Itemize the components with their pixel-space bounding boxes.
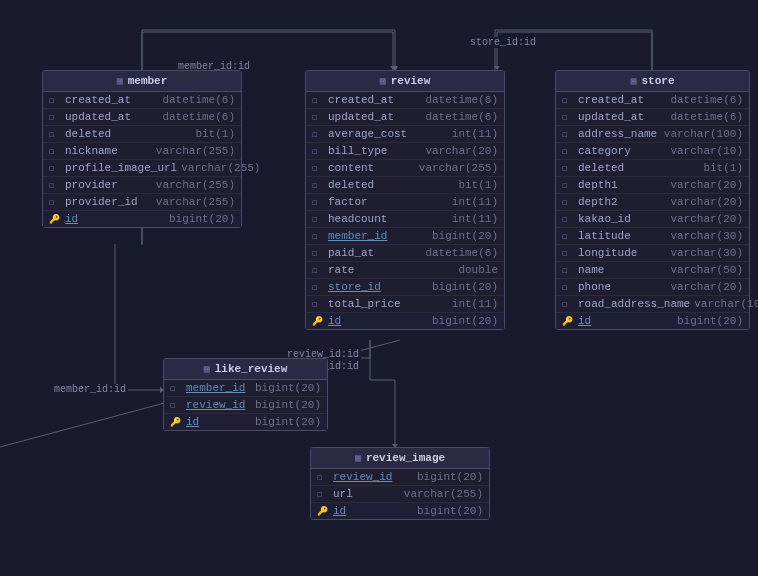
- column-icon: ◻: [312, 231, 324, 242]
- column-name: created_at: [328, 94, 421, 106]
- column-type: double: [458, 264, 498, 276]
- table-row: ◻provider_idvarchar(255): [43, 194, 241, 211]
- column-icon: ◻: [562, 282, 574, 293]
- column-type: varchar(10): [670, 145, 743, 157]
- table-row: ◻average_costint(11): [306, 126, 504, 143]
- column-name: review_id: [186, 399, 251, 411]
- diagram-container: member_id:id store_id:id member_id:id re…: [0, 0, 758, 576]
- column-icon: ◻: [49, 112, 61, 123]
- column-name: average_cost: [328, 128, 448, 140]
- column-name: provider_id: [65, 196, 152, 208]
- table-row: ◻categoryvarchar(10): [556, 143, 749, 160]
- column-icon: ◻: [49, 146, 61, 157]
- table-row: ◻phonevarchar(20): [556, 279, 749, 296]
- table-row: ◻deletedbit(1): [306, 177, 504, 194]
- column-name: profile_image_url: [65, 162, 177, 174]
- column-name: id: [65, 213, 165, 225]
- column-name: category: [578, 145, 666, 157]
- column-icon: ◻: [49, 95, 61, 106]
- column-name: created_at: [65, 94, 158, 106]
- column-type: varchar(20): [670, 213, 743, 225]
- column-icon: ◻: [312, 248, 324, 259]
- table-icon: ▦: [355, 452, 361, 464]
- key-icon: 🔑: [562, 316, 574, 327]
- column-icon: ◻: [562, 180, 574, 191]
- column-name: address_name: [578, 128, 660, 140]
- column-name: latitude: [578, 230, 666, 242]
- column-icon: ◻: [312, 282, 324, 293]
- table-row: ◻paid_atdatetime(6): [306, 245, 504, 262]
- column-name: id: [333, 505, 413, 517]
- table-icon: ▦: [117, 75, 123, 87]
- column-icon: ◻: [312, 299, 324, 310]
- table-row: ◻road_address_namevarchar(100): [556, 296, 749, 313]
- table-row: ◻kakao_idvarchar(20): [556, 211, 749, 228]
- column-type: varchar(255): [156, 145, 235, 157]
- table-row: ◻headcountint(11): [306, 211, 504, 228]
- table-row: ◻urlvarchar(255): [311, 486, 489, 503]
- table-row: ◻member_idbigint(20): [306, 228, 504, 245]
- table-row: ◻factorint(11): [306, 194, 504, 211]
- column-icon: ◻: [562, 299, 574, 310]
- column-name: updated_at: [328, 111, 421, 123]
- table-row: 🔑idbigint(20): [311, 503, 489, 519]
- table-review_image: ▦review_image◻review_idbigint(20)◻urlvar…: [310, 447, 490, 520]
- column-icon: ◻: [562, 214, 574, 225]
- table-row: ◻member_idbigint(20): [164, 380, 327, 397]
- table-row: ◻deletedbit(1): [556, 160, 749, 177]
- column-type: bit(1): [195, 128, 235, 140]
- table-row: 🔑idbigint(20): [556, 313, 749, 329]
- key-icon: 🔑: [49, 214, 61, 225]
- table-row: ◻depth2varchar(20): [556, 194, 749, 211]
- column-type: varchar(30): [670, 247, 743, 259]
- table-title-member: member: [128, 75, 168, 87]
- table-row: ◻profile_image_urlvarchar(255): [43, 160, 241, 177]
- column-type: varchar(255): [404, 488, 483, 500]
- column-name: longitude: [578, 247, 666, 259]
- column-name: review_id: [333, 471, 413, 483]
- table-row: ◻created_atdatetime(6): [556, 92, 749, 109]
- column-type: varchar(100): [664, 128, 743, 140]
- table-row: ◻created_atdatetime(6): [43, 92, 241, 109]
- column-type: varchar(255): [419, 162, 498, 174]
- column-icon: ◻: [312, 95, 324, 106]
- column-icon: ◻: [49, 163, 61, 174]
- table-store: ▦store◻created_atdatetime(6)◻updated_atd…: [555, 70, 750, 330]
- column-icon: ◻: [312, 129, 324, 140]
- table-row: ◻latitudevarchar(30): [556, 228, 749, 245]
- column-name: created_at: [578, 94, 666, 106]
- table-title-store: store: [642, 75, 675, 87]
- column-type: int(11): [452, 298, 498, 310]
- column-name: content: [328, 162, 415, 174]
- column-type: int(11): [452, 213, 498, 225]
- column-icon: ◻: [312, 146, 324, 157]
- table-row: 🔑idbigint(20): [43, 211, 241, 227]
- column-type: bigint(20): [417, 505, 483, 517]
- table-header-review_image: ▦review_image: [311, 448, 489, 469]
- table-row: ◻updated_atdatetime(6): [306, 109, 504, 126]
- column-name: road_address_name: [578, 298, 690, 310]
- table-row: ◻providervarchar(255): [43, 177, 241, 194]
- column-icon: ◻: [562, 163, 574, 174]
- column-icon: ◻: [562, 248, 574, 259]
- column-type: datetime(6): [162, 94, 235, 106]
- column-type: varchar(255): [156, 196, 235, 208]
- column-icon: ◻: [312, 197, 324, 208]
- table-like_review: ▦like_review◻member_idbigint(20)◻review_…: [163, 358, 328, 431]
- column-icon: ◻: [562, 95, 574, 106]
- column-type: bigint(20): [677, 315, 743, 327]
- column-name: nickname: [65, 145, 152, 157]
- column-icon: ◻: [562, 265, 574, 276]
- column-name: deleted: [578, 162, 699, 174]
- column-icon: ◻: [49, 180, 61, 191]
- column-icon: ◻: [312, 265, 324, 276]
- column-name: depth1: [578, 179, 666, 191]
- column-name: id: [328, 315, 428, 327]
- table-icon: ▦: [204, 363, 210, 375]
- column-type: bigint(20): [432, 230, 498, 242]
- column-type: varchar(20): [670, 281, 743, 293]
- column-type: bigint(20): [255, 416, 321, 428]
- table-row: ◻bill_typevarchar(20): [306, 143, 504, 160]
- table-row: ◻longitudevarchar(30): [556, 245, 749, 262]
- table-row: ◻updated_atdatetime(6): [43, 109, 241, 126]
